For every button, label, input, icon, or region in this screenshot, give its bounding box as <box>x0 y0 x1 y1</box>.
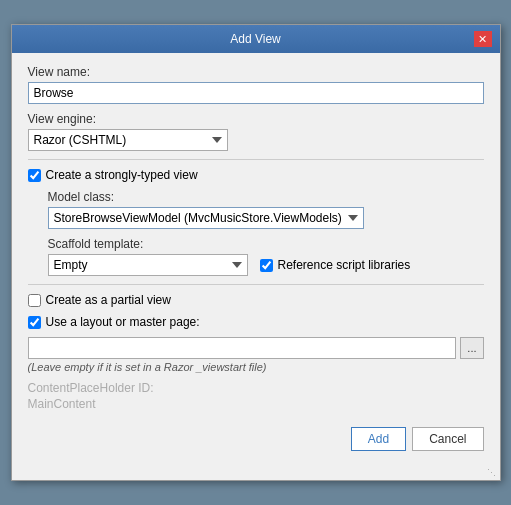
strongly-typed-label[interactable]: Create a strongly-typed view <box>46 168 198 182</box>
title-bar: Add View ✕ <box>12 25 500 53</box>
model-class-select[interactable]: StoreBrowseViewModel (MvcMusicStore.View… <box>48 207 364 229</box>
use-layout-label[interactable]: Use a layout or master page: <box>46 315 200 329</box>
model-class-label: Model class: <box>48 190 484 204</box>
use-layout-row: Use a layout or master page: <box>28 315 484 329</box>
dialog-body: View name: View engine: Razor (CSHTML) A… <box>12 53 500 467</box>
button-row: Add Cancel <box>28 419 484 455</box>
view-name-group: View name: <box>28 65 484 104</box>
partial-view-label[interactable]: Create as a partial view <box>46 293 171 307</box>
cancel-button[interactable]: Cancel <box>412 427 483 451</box>
reference-scripts-label[interactable]: Reference script libraries <box>278 258 411 272</box>
strongly-typed-checkbox[interactable] <box>28 169 41 182</box>
reference-scripts-checkbox[interactable] <box>260 259 273 272</box>
partial-view-checkbox[interactable] <box>28 294 41 307</box>
content-placeholder-label: ContentPlaceHolder ID: <box>28 381 484 395</box>
view-engine-select[interactable]: Razor (CSHTML) ASPX Spark <box>28 129 228 151</box>
close-button[interactable]: ✕ <box>474 31 492 47</box>
scaffold-template-group: Scaffold template: Empty Create Delete D… <box>48 237 484 276</box>
scaffold-row: Empty Create Delete Details Edit List Re… <box>48 254 484 276</box>
scaffold-template-label: Scaffold template: <box>48 237 484 251</box>
view-engine-select-wrapper: Razor (CSHTML) ASPX Spark <box>28 129 228 151</box>
resize-handle: ⋱ <box>12 467 500 480</box>
view-name-label: View name: <box>28 65 484 79</box>
content-placeholder-value: MainContent <box>28 397 484 411</box>
scaffold-template-select[interactable]: Empty Create Delete Details Edit List <box>48 254 248 276</box>
layout-hint: (Leave empty if it is set in a Razor _vi… <box>28 361 484 373</box>
layout-path-input[interactable] <box>28 337 457 359</box>
view-engine-group: View engine: Razor (CSHTML) ASPX Spark <box>28 112 484 151</box>
add-view-dialog: Add View ✕ View name: View engine: Razor… <box>11 24 501 481</box>
reference-scripts-row: Reference script libraries <box>260 258 411 272</box>
divider2 <box>28 284 484 285</box>
add-button[interactable]: Add <box>351 427 406 451</box>
resize-icon: ⋱ <box>487 469 496 478</box>
use-layout-checkbox[interactable] <box>28 316 41 329</box>
divider1 <box>28 159 484 160</box>
view-engine-label: View engine: <box>28 112 484 126</box>
view-name-input[interactable] <box>28 82 484 104</box>
layout-path-row: ... <box>28 337 484 359</box>
model-class-section: Model class: StoreBrowseViewModel (MvcMu… <box>48 190 484 276</box>
strongly-typed-row: Create a strongly-typed view <box>28 168 484 182</box>
partial-view-row: Create as a partial view <box>28 293 484 307</box>
model-class-group: Model class: StoreBrowseViewModel (MvcMu… <box>48 190 484 229</box>
browse-button[interactable]: ... <box>460 337 483 359</box>
dialog-title: Add View <box>38 32 474 46</box>
